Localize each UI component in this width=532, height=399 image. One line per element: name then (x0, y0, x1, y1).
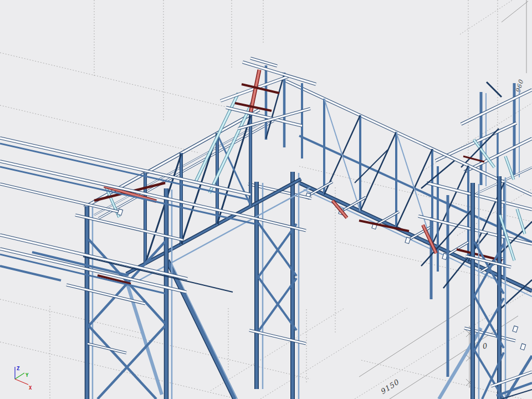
axis-label-y: Y (25, 372, 29, 378)
beam-end-cap (117, 209, 123, 216)
dimension-text-9150: 9150 (378, 377, 401, 396)
center-lattice-column (248, 172, 311, 399)
axis-triad: Z Y X (15, 366, 32, 391)
left-tower (66, 188, 237, 399)
dimension-9150: 9150 (378, 377, 401, 396)
beam-end-cap (513, 326, 518, 332)
axis-label-z: Z (17, 366, 20, 371)
axis-label-x: X (29, 385, 32, 391)
right-tower (418, 156, 532, 399)
model-viewport[interactable]: 960 1 0 (0, 0, 532, 399)
beam-end-cap (405, 237, 411, 244)
cad-viewport[interactable]: 960 1 0 (0, 0, 532, 399)
dimension-text-1x0-part2: 0 (481, 341, 488, 351)
beam-end-cap (520, 344, 526, 350)
